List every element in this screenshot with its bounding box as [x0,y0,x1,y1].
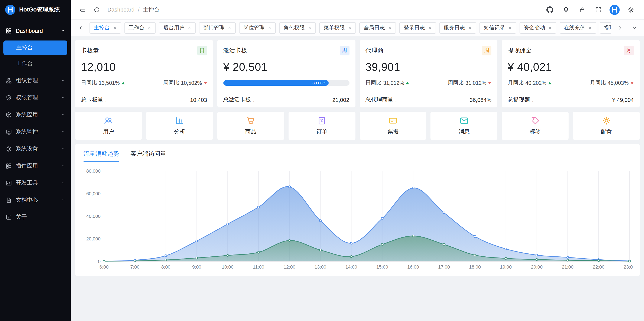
quick-action-tickets[interactable]: 票据 [360,112,426,140]
refresh-icon[interactable] [90,3,103,16]
tab-close-icon[interactable] [268,26,272,30]
progress-fill: 83.66% [223,80,329,86]
sidebar-subitem-console[interactable]: 主控台 [4,40,67,55]
tabs-menu-button[interactable] [629,22,640,33]
tab-console[interactable]: 主控台 [90,22,121,34]
bell-icon[interactable] [560,3,572,16]
quick-actions-row: 用户分析商品订单票据消息标签配置 [75,112,640,140]
gear-icon [6,146,12,152]
sidebar-item-system-monitor[interactable]: 系统监控 [0,123,71,140]
breadcrumb-item[interactable]: 主控台 [143,6,160,14]
tab-online-recharge[interactable]: 在线充值 [560,22,596,34]
tab-label: 资金变动 [524,24,545,31]
breadcrumb-item[interactable]: Dashboard [108,6,134,13]
fullscreen-icon[interactable] [592,3,605,16]
lock-icon[interactable] [576,3,588,16]
tab-close-icon[interactable] [228,26,232,30]
cube-icon [6,112,12,118]
sidebar-item-about[interactable]: 关于 [0,208,71,226]
menu-collapse-icon[interactable] [76,3,89,16]
metric-value: 13,501% [99,80,120,86]
tab-close-icon[interactable] [428,26,432,30]
tab-global-log[interactable]: 全局日志 [359,22,396,34]
metric-value: 45,003% [608,80,629,86]
quick-action-messages[interactable]: 消息 [431,112,498,140]
breadcrumb-separator: / [138,6,139,13]
chart-tab-traffic-trend[interactable]: 流量消耗趋势 [84,150,119,162]
top-header: Dashboard/主控台 [71,0,644,20]
sidebar-item-permission[interactable]: 权限管理 [0,89,71,106]
tab-label: 岗位管理 [243,24,265,31]
chart-tab-client-visits[interactable]: 客户端访问量 [130,150,166,162]
svg-text:8:00: 8:00 [161,264,170,270]
tab-admin-users[interactable]: 后台用户 [159,22,196,34]
quick-action-tags[interactable]: 标签 [502,112,569,140]
sidebar-item-docs[interactable]: 文档中心 [0,192,71,208]
sidebar-subitem-workbench[interactable]: 工作台 [4,56,67,71]
svg-text:10:00: 10:00 [222,264,234,270]
sidebar-item-label: 系统监控 [16,128,57,136]
quick-action-users[interactable]: 用户 [75,112,142,140]
svg-text:14:00: 14:00 [346,264,357,270]
tab-close-icon[interactable] [113,26,116,30]
tab-label: 提现管理 [604,24,611,31]
tab-label: 短信记录 [484,24,505,31]
tabs-scroll-left-button[interactable] [75,22,86,33]
quick-action-config[interactable]: 配置 [573,112,640,140]
tab-service-log[interactable]: 服务日志 [440,22,476,34]
trend-up-icon [548,82,552,84]
tab-close-icon[interactable] [548,26,552,30]
cart-icon [246,116,255,125]
github-icon[interactable] [544,3,556,16]
tab-menu-perms[interactable]: 菜单权限 [319,22,356,34]
settings-gear-icon[interactable] [624,3,637,16]
info-icon [6,214,12,220]
svg-text:0: 0 [98,259,100,264]
users-icon [104,116,113,125]
tab-label: 全局日志 [364,24,385,31]
stat-footer-value: 10,403 [190,96,207,103]
quick-action-goods[interactable]: 商品 [217,112,284,140]
tab-sms-records[interactable]: 短信记录 [480,22,516,34]
config-gear-icon [602,116,611,125]
trend-down-icon [488,82,492,84]
tab-posts[interactable]: 岗位管理 [239,22,276,34]
app-logo[interactable]: HotGo管理系统 [0,0,71,20]
trend-up-icon [122,82,125,84]
tab-close-icon[interactable] [308,26,312,30]
tab-fund-changes[interactable]: 资金变动 [520,22,556,34]
stat-metric: 周同比10,502% [163,79,207,86]
quick-action-orders[interactable]: 订单 [288,112,355,140]
svg-text:22:00: 22:00 [593,264,604,270]
tabs-scroll-right-button[interactable] [614,22,625,33]
tab-close-icon[interactable] [388,26,392,30]
svg-text:16:00: 16:00 [407,264,419,270]
avatar[interactable] [608,3,621,16]
sidebar-item-system-apps[interactable]: 系统应用 [0,106,71,123]
sidebar-item-dashboard[interactable]: Dashboard [0,22,71,39]
tab-departments[interactable]: 部门管理 [199,22,236,34]
metric-value: 40,202% [526,80,546,86]
tab-login-log[interactable]: 登录日志 [399,22,436,34]
logo-icon [5,4,16,15]
tab-roles[interactable]: 角色权限 [279,22,316,34]
main-content: 卡板量日12,010日同比13,501%周同比10,502%总卡板量：10,40… [71,36,644,321]
tab-close-icon[interactable] [508,26,512,30]
sidebar-item-dev-tools[interactable]: 开发工具 [0,174,71,192]
tab-close-icon[interactable] [148,26,151,30]
metric-value: 31,012% [466,80,486,86]
quick-action-analysis[interactable]: 分析 [146,112,213,140]
sidebar-item-plugins[interactable]: 插件应用 [0,157,71,174]
sidebar-item-organization[interactable]: 组织管理 [0,72,71,89]
header-left-icons [76,3,103,16]
tab-close-icon[interactable] [188,26,191,30]
tab-withdraw-mgmt[interactable]: 提现管理 [600,22,611,34]
main-column: Dashboard/主控台 主控台工作台后台用户部门管理岗位管理角色权限菜单权限… [71,0,644,321]
stat-card-agents: 代理商周39,901日同比31,012%周同比31,012%总代理商量：36,0… [360,40,498,108]
quick-action-label: 配置 [601,128,612,136]
tab-close-icon[interactable] [348,26,352,30]
tab-close-icon[interactable] [468,26,472,30]
tab-close-icon[interactable] [588,26,592,30]
sidebar-item-system-settings[interactable]: 系统设置 [0,140,71,157]
tab-workbench[interactable]: 工作台 [124,22,156,34]
